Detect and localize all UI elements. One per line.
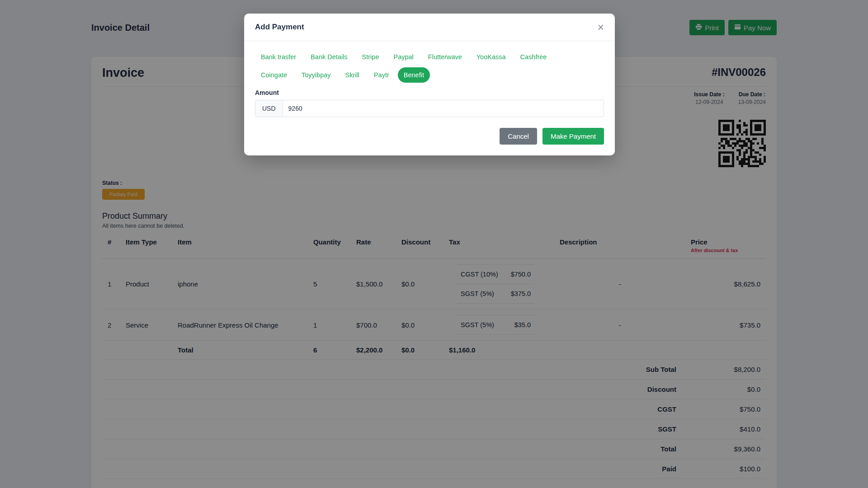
tab-coingate[interactable]: Coingate [255,67,293,83]
tab-yookassa[interactable]: YooKassa [471,49,512,65]
payment-method-tabs-row-2: Coingate Toyyibpay Skrill Paytr Benefit [255,67,604,83]
currency-addon: USD [255,100,283,117]
make-payment-button[interactable]: Make Payment [542,128,604,145]
close-icon[interactable]: × [597,23,604,32]
modal-header: Add Payment × [244,14,615,41]
tab-bank-trasfer[interactable]: Bank trasfer [255,49,302,65]
amount-input-group: USD [255,100,604,117]
tab-skrill[interactable]: Skrill [340,67,365,83]
tab-paytr[interactable]: Paytr [368,67,395,83]
tab-cashfree[interactable]: Cashfree [514,49,553,65]
payment-method-tabs-row-1: Bank trasfer Bank Details Stripe Paypal … [255,49,604,65]
modal-title: Add Payment [255,23,304,32]
cancel-button[interactable]: Cancel [500,128,537,145]
tab-stripe[interactable]: Stripe [356,49,385,65]
amount-label: Amount [255,89,604,96]
tab-toyyibpay[interactable]: Toyyibpay [296,67,336,83]
modal-footer: Cancel Make Payment [244,117,615,155]
add-payment-modal: Add Payment × Bank trasfer Bank Details … [244,14,615,155]
tab-benefit[interactable]: Benefit [398,67,430,83]
tab-paypal[interactable]: Paypal [387,49,419,65]
tab-flutterwave[interactable]: Flutterwave [422,49,468,65]
modal-body: Bank trasfer Bank Details Stripe Paypal … [244,41,615,117]
tab-bank-details[interactable]: Bank Details [305,49,353,65]
amount-input[interactable] [283,100,604,117]
